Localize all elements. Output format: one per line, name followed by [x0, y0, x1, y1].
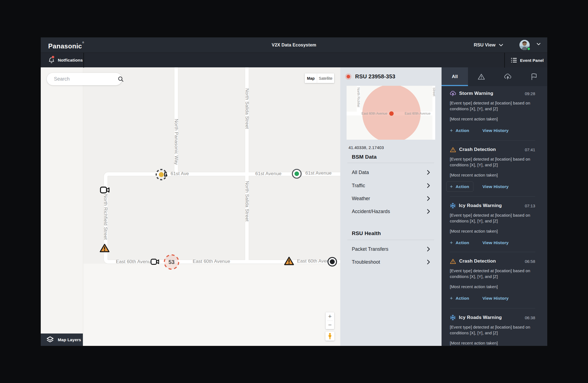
snowflake-icon [450, 315, 456, 321]
hazard-marker-icon[interactable] [99, 243, 110, 253]
rsu-minimap[interactable]: North Richfiel Street East 60th Avenue E… [347, 86, 435, 140]
flag-icon [531, 73, 537, 80]
menu-item-all-data[interactable]: All Data [352, 166, 430, 179]
notifications-button[interactable]: Notfications [41, 53, 83, 68]
event-card[interactable]: Storm Warning 09:28 [Event type] detecte… [450, 90, 535, 134]
section-divider [347, 240, 434, 240]
card-divider [450, 196, 535, 197]
search-input[interactable] [54, 76, 118, 82]
menu-item-label: Traffic [352, 183, 365, 189]
tab-all-label: All [452, 74, 458, 79]
event-description: [Event type] detected at [location] base… [450, 156, 535, 168]
toolbar-divider-left [83, 53, 84, 68]
chevron-right-icon [427, 260, 430, 264]
card-divider [450, 308, 535, 308]
menu-item-label: Packet Transfers [352, 246, 388, 252]
map-layers-button[interactable]: Map Layers [41, 334, 83, 346]
event-title: Crash Detection [459, 258, 522, 264]
event-card[interactable]: Crash Detection 06:58 [Event type] detec… [450, 258, 535, 301]
view-history-link[interactable]: View History [483, 184, 509, 189]
action-label: Action [456, 128, 469, 133]
menu-item-label: All Data [352, 170, 369, 175]
event-title: Crash Detection [459, 147, 522, 152]
header-bar: Panasonic® V2X Data Ecosystem RSU View [41, 37, 547, 53]
street-label: 61st Avenue [255, 171, 281, 177]
menu-item-label: Weather [352, 196, 370, 202]
chevron-down-icon [499, 44, 503, 46]
map-canvas[interactable]: 61st Ave 61st Avenue 61st Avenue East 60… [41, 67, 340, 346]
event-last-action: [Most recent action taken] [450, 172, 535, 178]
plus-icon: + [450, 240, 453, 245]
event-card[interactable]: Icy Roads Warning 07:13 [Event type] det… [450, 202, 535, 246]
hazard-marker-icon[interactable] [284, 256, 294, 266]
rsu-marker-green[interactable] [291, 168, 302, 179]
event-panel-button[interactable]: Event Panel [509, 53, 547, 68]
warning-triangle-icon [450, 147, 456, 153]
menu-item-weather[interactable]: Weather [352, 192, 430, 205]
menu-item-accident-hazards[interactable]: Accident/Hazards [352, 205, 430, 218]
event-last-action: [Most recent action taken] [450, 228, 535, 234]
event-title: Icy Roads Warning [459, 203, 522, 208]
street-label: 61st Avenue [305, 170, 331, 176]
event-description: [Event type] detected at [location] base… [450, 100, 535, 112]
menu-item-traffic[interactable]: Traffic [352, 179, 430, 192]
street-label: East 60th Avenue [193, 259, 230, 264]
action-button[interactable]: +Action [450, 240, 469, 245]
street-label: North Richfield Street [103, 194, 108, 240]
camera-marker-icon[interactable] [100, 186, 110, 194]
warning-triangle-icon [478, 73, 485, 80]
chevron-right-icon [427, 183, 430, 188]
action-button[interactable]: +Action [450, 296, 469, 301]
event-description: [Event type] detected at [location] base… [450, 268, 535, 279]
avatar-chevron-down-icon[interactable] [537, 43, 541, 45]
view-history-link[interactable]: View History [483, 296, 509, 301]
event-last-action: [Most recent action taken] [450, 116, 535, 122]
action-button[interactable]: +Action [450, 128, 469, 133]
event-last-action: [Most recent action taken] [450, 284, 535, 290]
toolbar: Notfications Event Panel [41, 53, 547, 67]
tab-weather[interactable] [494, 67, 521, 86]
tab-hazards[interactable] [468, 67, 494, 86]
zoom-out-button[interactable]: − [326, 321, 334, 329]
event-time: 06:38 [525, 315, 535, 320]
chevron-right-icon [427, 170, 430, 175]
street-label: North Salida Street [244, 181, 250, 221]
rsu-marker-dark[interactable] [327, 256, 338, 267]
map-type-map-button[interactable]: Map [305, 73, 317, 83]
tab-all[interactable]: All [442, 67, 468, 86]
zoom-in-button[interactable]: + [326, 312, 334, 321]
camera-marker-icon[interactable] [150, 258, 160, 265]
zoom-control: + − [326, 312, 334, 329]
menu-item-label: Troubleshoot [352, 259, 380, 265]
snowflake-icon [450, 203, 456, 209]
menu-item-troubleshoot[interactable]: Troubleshoot [352, 255, 430, 269]
view-history-link[interactable]: View History [483, 240, 509, 245]
action-button[interactable]: +Action [450, 184, 469, 189]
event-description: [Event type] detected at [location] base… [450, 324, 535, 336]
search-icon[interactable] [118, 76, 124, 82]
view-history-link[interactable]: View History [483, 128, 509, 133]
event-last-action: [Most recent action taken] [450, 340, 535, 346]
chevron-right-icon [427, 209, 430, 214]
map-type-satellite-button[interactable]: Satellite [317, 73, 334, 83]
tab-flagged[interactable] [521, 67, 547, 86]
chevron-right-icon [427, 247, 430, 252]
minimap-street-label: East 60th Avenue [361, 112, 387, 115]
event-card[interactable]: Icy Roads Warning 06:38 [Event type] det… [450, 314, 535, 346]
pegman-button[interactable] [325, 332, 334, 341]
notifications-label: Notfications [58, 58, 83, 63]
speed-value: 53 [163, 254, 180, 270]
view-selector[interactable]: RSU View [474, 37, 503, 53]
street-label: North Salida Street [244, 88, 250, 129]
user-avatar[interactable] [519, 40, 530, 50]
event-time: 06:58 [525, 259, 535, 264]
minimap-street-label: Street [432, 87, 435, 96]
online-status-dot [527, 47, 530, 51]
street-label: East 60th Avenue [116, 259, 153, 264]
traffic-signal-icon [164, 172, 168, 177]
event-card[interactable]: Crash Detection 07:41 [Event type] detec… [450, 146, 535, 190]
speed-marker[interactable]: 53 [163, 254, 180, 270]
bsm-data-heading: BSM Data [352, 154, 377, 160]
pegman-icon [328, 333, 332, 340]
menu-item-packet-transfers[interactable]: Packet Transfers [352, 243, 430, 256]
